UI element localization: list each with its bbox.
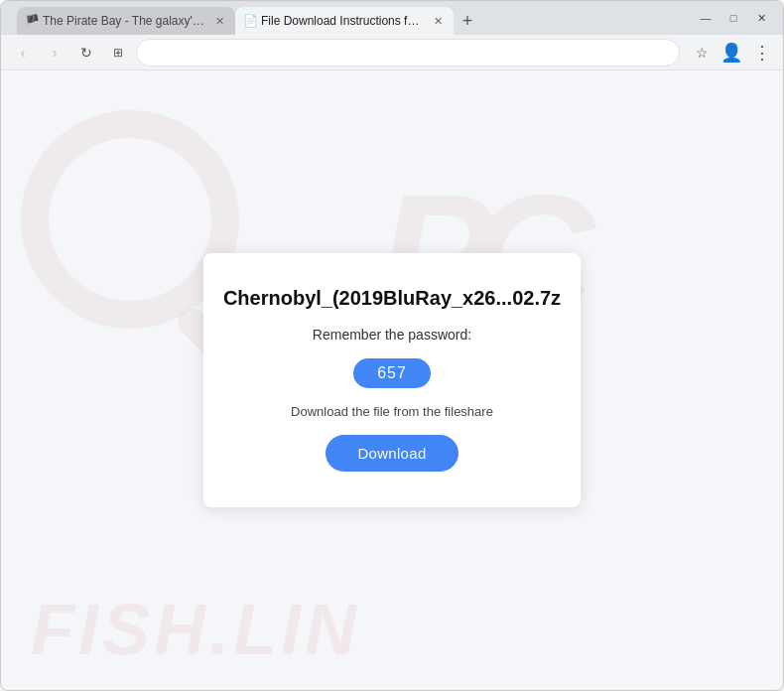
address-bar: ‹ › ↻ ⊞ ☆ 👤 ⋮ xyxy=(1,35,783,70)
dialog-card: Chernobyl_(2019BluRay_x26...02.7z Rememb… xyxy=(203,253,581,507)
tab-filedownload-close[interactable]: ✕ xyxy=(430,13,446,29)
password-badge: 657 xyxy=(353,358,431,388)
forward-button[interactable]: › xyxy=(41,39,68,67)
page-content: P C FISH.LIN Chernobyl_(2019BluRay_x26..… xyxy=(1,70,783,690)
tab-filedownload[interactable]: 📄 File Download Instructions for... ✕ xyxy=(235,7,454,35)
file-instruction: Download the file from the fileshare xyxy=(291,404,493,419)
file-title: Chernobyl_(2019BluRay_x26...02.7z xyxy=(223,285,561,311)
window-buttons: — □ ✕ xyxy=(692,4,775,32)
close-button[interactable]: ✕ xyxy=(747,4,775,32)
extensions-button[interactable]: ⊞ xyxy=(104,39,132,67)
profile-icon[interactable]: 👤 xyxy=(718,39,745,67)
browser-window: 🏴 The Pirate Bay - The galaxy's m... ✕ 📄… xyxy=(0,0,784,691)
tab-piratebay[interactable]: 🏴 The Pirate Bay - The galaxy's m... ✕ xyxy=(17,7,235,35)
toolbar-icons: ☆ 👤 ⋮ xyxy=(688,39,775,67)
tab-piratebay-title: The Pirate Bay - The galaxy's m... xyxy=(43,14,207,28)
minimize-button[interactable]: — xyxy=(692,4,719,32)
bookmark-icon[interactable]: ☆ xyxy=(688,39,716,67)
maximize-button[interactable]: □ xyxy=(719,4,747,32)
menu-icon[interactable]: ⋮ xyxy=(747,39,775,67)
title-bar: 🏴 The Pirate Bay - The galaxy's m... ✕ 📄… xyxy=(1,1,783,35)
new-tab-button[interactable]: + xyxy=(454,7,481,35)
tab-piratebay-favicon: 🏴 xyxy=(25,14,39,28)
omnibox[interactable] xyxy=(136,39,680,67)
password-label: Remember the password: xyxy=(313,327,471,343)
tab-filedownload-title: File Download Instructions for... xyxy=(261,14,426,28)
tabs-area: 🏴 The Pirate Bay - The galaxy's m... ✕ 📄… xyxy=(17,1,692,35)
tab-filedownload-favicon: 📄 xyxy=(243,14,257,28)
back-button[interactable]: ‹ xyxy=(9,39,37,67)
refresh-button[interactable]: ↻ xyxy=(72,39,100,67)
tab-piratebay-close[interactable]: ✕ xyxy=(211,13,227,29)
watermark-text: FISH.LIN xyxy=(31,589,360,670)
download-button[interactable]: Download xyxy=(326,435,457,472)
